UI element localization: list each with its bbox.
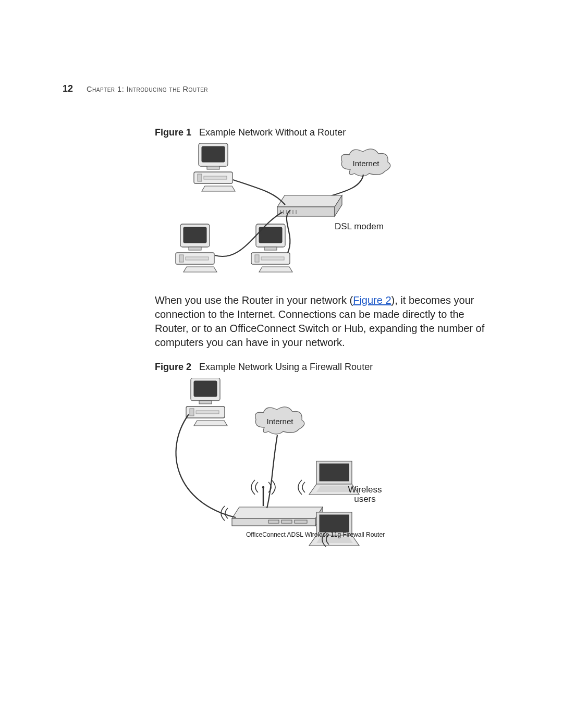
figure1-caption: Figure 1 Example Network Without a Route…: [155, 127, 486, 138]
figure2-caption-text: Example Network Using a Firewall Router: [199, 362, 373, 372]
wireless-signal-laptop1: [298, 480, 305, 495]
figure2-svg: Internet: [155, 378, 486, 555]
figure1-diagram: Internet DSL modem: [155, 143, 486, 284]
fig2-wireless-label-line2: users: [354, 494, 376, 504]
para-text-1: When you use the Router in your network …: [155, 294, 353, 306]
document-page: 12 Chapter 1: Introducing the Router Fig…: [0, 0, 563, 728]
figure2-diagram: Internet: [155, 378, 486, 555]
figure1-number-label: Figure 1: [155, 127, 191, 138]
page-number: 12: [63, 83, 73, 94]
figure2-link[interactable]: Figure 2: [353, 294, 391, 306]
chapter-title: Chapter 1: Introducing the Router: [87, 85, 208, 93]
figure2-caption: Figure 2 Example Network Using a Firewal…: [155, 362, 486, 373]
middle-paragraph: When you use the Router in your network …: [155, 293, 486, 350]
figure1-svg: Internet DSL modem: [155, 143, 486, 284]
fig2-router-name: OfficeConnect ADSL Wireless 11g Firewall…: [246, 531, 385, 538]
figure2-number-label: Figure 2: [155, 362, 191, 372]
fig1-dslmodem-label: DSL modem: [335, 221, 384, 231]
figure1-caption-text: Example Network Without a Router: [199, 127, 346, 138]
fig2-internet-label: Internet: [267, 417, 294, 426]
running-header: 12 Chapter 1: Introducing the Router: [63, 83, 208, 94]
fig1-internet-label: Internet: [353, 159, 380, 168]
fig2-wireless-label-line1: Wireless: [348, 485, 382, 495]
